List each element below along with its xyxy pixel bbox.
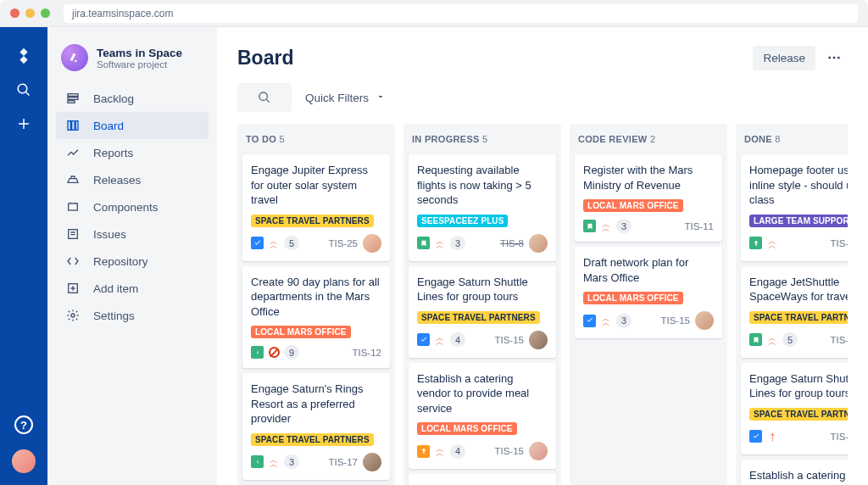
svg-rect-3: [68, 121, 70, 131]
epic-label: LOCAL MARS OFFICE: [583, 292, 683, 304]
task-icon: [417, 333, 430, 346]
project-header[interactable]: Teams in Space Software project: [56, 44, 209, 85]
issues-icon: [64, 227, 81, 241]
epic-label: SPACE TRAVEL PARTNERS: [749, 408, 848, 421]
epic-label: SPACE TRAVEL PARTNERS: [251, 433, 374, 446]
sidebar-item-label: Add item: [93, 282, 138, 295]
issue-card[interactable]: Engage JetShuttle SpaceWays for travel S…: [741, 266, 848, 358]
sidebar-item-issues[interactable]: Issues: [56, 220, 209, 248]
maximize-window-icon[interactable]: [41, 8, 50, 18]
assignee-avatar[interactable]: [529, 331, 548, 349]
column-header: CODE REVIEW 2: [575, 132, 722, 149]
components-icon: [64, 200, 81, 214]
url-bar[interactable]: jira.teamsinspace.com: [64, 4, 858, 23]
issue-card[interactable]: Engage Jupiter Express for outer solar s…: [242, 154, 390, 261]
issue-key: TIS-12: [352, 348, 381, 358]
improvement-icon: [417, 445, 430, 458]
card-title: Engage Saturn Shuttle Lines for group to…: [749, 371, 848, 401]
svg-rect-4: [72, 121, 75, 131]
assignee-avatar[interactable]: [529, 442, 548, 460]
issue-card[interactable]: Register with the Mars Ministry of Reven…: [575, 154, 722, 242]
svg-point-10: [828, 57, 831, 59]
jira-logo-icon[interactable]: [10, 42, 37, 70]
sidebar-item-components[interactable]: Components: [56, 193, 209, 220]
sidebar-item-reports[interactable]: Reports: [56, 139, 209, 166]
quick-filters-label: Quick Filters: [305, 92, 369, 104]
sidebar-item-add[interactable]: Add item: [56, 275, 209, 302]
issue-card[interactable]: Engage Saturn's Rings Resort as a prefer…: [242, 373, 390, 480]
story-points: 9: [284, 345, 299, 360]
issue-card[interactable]: Requesting available flights is now taki…: [409, 154, 556, 261]
board-search[interactable]: [237, 83, 292, 112]
browser-chrome: jira.teamsinspace.com: [0, 0, 868, 27]
column-header: IN PROGRESS 5: [409, 132, 556, 149]
project-name: Teams in Space: [97, 47, 182, 59]
svg-point-11: [833, 57, 836, 59]
project-icon: [61, 44, 88, 71]
svg-rect-2: [68, 101, 75, 103]
create-icon[interactable]: [10, 110, 37, 137]
issue-key: TIS-15: [660, 315, 690, 326]
svg-point-9: [71, 314, 75, 317]
quick-filters-dropdown[interactable]: Quick Filters: [305, 92, 386, 104]
issue-key: TIS-15: [494, 446, 524, 456]
issue-card[interactable]: Establish a catering vendor to provide m…: [409, 363, 556, 470]
assignee-avatar[interactable]: [363, 453, 381, 471]
issue-key: TIS-15: [830, 432, 848, 442]
sidebar-item-label: Backlog: [93, 92, 134, 105]
issue-card[interactable]: Draft network plan for Mars Office LOCAL…: [575, 247, 722, 338]
issue-key: TIS-11: [684, 221, 714, 231]
priority-highest-icon: ︿︿: [600, 220, 612, 232]
issue-card[interactable]: Engage Saturn Shuttle Lines for group to…: [409, 474, 556, 485]
priority-highest-icon: ︿︿: [766, 237, 778, 249]
sidebar-item-backlog[interactable]: Backlog: [56, 85, 209, 112]
traffic-lights: [10, 8, 50, 18]
svg-rect-1: [68, 98, 78, 100]
issue-card[interactable]: Engage Saturn Shuttle Lines for group to…: [409, 266, 556, 358]
epic-label: SPACE TRAVEL PARTNERS: [251, 215, 374, 227]
story-points: 4: [450, 444, 465, 459]
card-title: Requesting available flights is now taki…: [417, 163, 548, 208]
issue-key: TIS-25: [328, 238, 358, 248]
issue-card[interactable]: Homepage footer uses an inline style - s…: [741, 154, 848, 261]
column-header: TO DO 5: [242, 132, 390, 149]
sidebar-item-releases[interactable]: Releases: [56, 166, 209, 193]
minimize-window-icon[interactable]: [25, 8, 35, 18]
task-icon: [749, 430, 762, 443]
search-icon[interactable]: [10, 76, 37, 103]
profile-avatar[interactable]: [12, 449, 36, 473]
story-points: 3: [284, 454, 299, 469]
issue-card[interactable]: Engage Saturn Shuttle Lines for group to…: [741, 363, 848, 454]
epic-label: LOCAL MARS OFFICE: [583, 199, 683, 212]
card-title: Register with the Mars Ministry of Reven…: [583, 163, 714, 192]
sidebar-item-settings[interactable]: Settings: [56, 302, 209, 329]
main-content: Board Release Quick Filters TO DO 5: [217, 27, 868, 485]
assignee-avatar[interactable]: [529, 234, 548, 253]
sidebar-item-repository[interactable]: Repository: [56, 248, 209, 275]
release-button[interactable]: Release: [753, 46, 815, 70]
sidebar-item-label: Components: [93, 201, 159, 214]
column-code-review: CODE REVIEW 2 Register with the Mars Min…: [570, 124, 727, 485]
story-points: 5: [284, 236, 299, 250]
card-title: Establish a catering vendor to provide m…: [417, 371, 548, 416]
sidebar-item-label: Reports: [93, 147, 133, 159]
board-icon: [64, 119, 81, 132]
story-icon: [251, 346, 264, 359]
more-actions-icon[interactable]: [821, 44, 848, 71]
story-points: 3: [616, 219, 632, 233]
priority-highest-icon: ︿︿: [434, 237, 446, 249]
priority-blocker-icon: [268, 347, 280, 359]
assignee-avatar[interactable]: [695, 311, 714, 330]
issue-card[interactable]: Establish a catering vendor to provide m…: [741, 460, 848, 485]
card-title: Engage Jupiter Express for outer solar s…: [251, 163, 381, 208]
svg-point-12: [837, 57, 840, 59]
close-window-icon[interactable]: [10, 8, 19, 18]
sidebar-item-label: Releases: [93, 174, 141, 187]
project-sidebar: Teams in Space Software project Backlog …: [47, 27, 217, 485]
sidebar-item-board[interactable]: Board: [56, 112, 209, 139]
svg-rect-6: [69, 203, 78, 210]
svg-rect-0: [68, 94, 78, 97]
issue-card[interactable]: Create 90 day plans for all departments …: [242, 266, 390, 369]
help-icon[interactable]: ?: [14, 415, 33, 434]
assignee-avatar[interactable]: [363, 234, 381, 253]
